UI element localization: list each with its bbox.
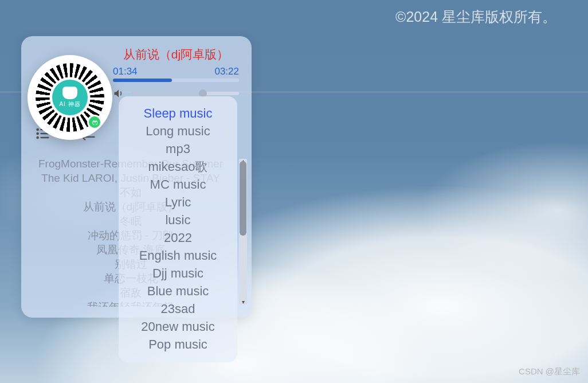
category-item[interactable]: Pop music bbox=[119, 335, 237, 353]
time-elapsed: 01:34 bbox=[113, 66, 138, 77]
svg-point-3 bbox=[37, 133, 38, 134]
volume-slider[interactable] bbox=[130, 92, 239, 95]
category-popup[interactable]: Sleep musicLong musicmp3mikesao歌MC music… bbox=[119, 96, 237, 362]
category-item[interactable]: lusic bbox=[119, 211, 237, 229]
scrollbar-thumb[interactable] bbox=[240, 161, 246, 236]
svg-point-5 bbox=[37, 137, 38, 138]
qr-mini-program-badge: ෆ bbox=[87, 115, 102, 130]
watermark-text: CSDN @星尘库 bbox=[519, 366, 580, 377]
category-item[interactable]: Blue music bbox=[119, 282, 237, 300]
category-item[interactable]: English music bbox=[119, 247, 237, 264]
qr-center-label: AI 神器 bbox=[59, 100, 80, 108]
category-item[interactable]: Lyric bbox=[119, 193, 237, 211]
copyright-text: ©2024 星尘库版权所有。 bbox=[395, 7, 556, 26]
scroll-down-arrow-icon[interactable]: ▾ bbox=[239, 299, 247, 306]
qr-center: AI 神器 bbox=[52, 80, 88, 115]
category-item[interactable]: 23sad bbox=[119, 300, 237, 318]
qr-center-icon bbox=[62, 87, 77, 99]
category-item[interactable]: mikesao歌 bbox=[119, 158, 237, 175]
scrollbar-track[interactable]: ▴ ▾ bbox=[239, 159, 247, 304]
svg-marker-0 bbox=[115, 89, 119, 97]
time-duration: 03:22 bbox=[214, 66, 239, 77]
svg-point-1 bbox=[37, 129, 38, 130]
volume-fill bbox=[130, 92, 203, 95]
progress-fill bbox=[113, 79, 172, 82]
category-item[interactable]: 20new music bbox=[119, 318, 237, 335]
qr-badge[interactable]: AI 神器 ෆ bbox=[28, 55, 112, 140]
category-item[interactable]: Long music bbox=[119, 122, 237, 140]
category-item[interactable]: Djj music bbox=[119, 264, 237, 282]
now-playing-title: 从前说（dj阿卓版） bbox=[113, 46, 239, 62]
category-item[interactable]: MC music bbox=[119, 175, 237, 193]
progress-bar[interactable] bbox=[113, 79, 239, 82]
category-item[interactable]: Sleep music bbox=[119, 104, 237, 122]
time-row: 01:34 03:22 bbox=[113, 66, 239, 77]
category-item[interactable]: mp3 bbox=[119, 140, 237, 158]
category-item[interactable]: 2022 bbox=[119, 229, 237, 247]
